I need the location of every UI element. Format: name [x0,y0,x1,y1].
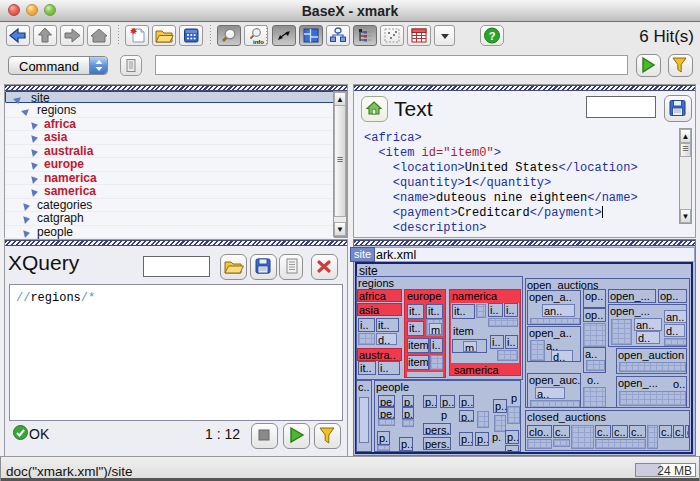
svg-text:info: info [253,39,264,45]
svg-text:?: ? [489,30,496,42]
